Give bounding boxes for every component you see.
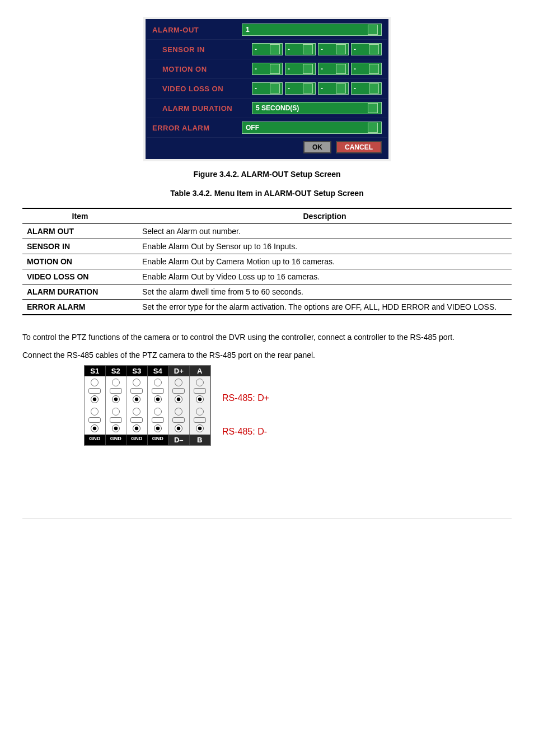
dropdown-arrow-icon[interactable] xyxy=(303,83,313,94)
table-row: VIDEO LOSS ONEnable Alarm Out by Video L… xyxy=(22,269,512,284)
dropdown-arrow-icon[interactable] xyxy=(336,44,346,54)
dropdown-arrow-icon[interactable] xyxy=(303,64,313,74)
video-loss-on-values: - - - - xyxy=(252,82,382,95)
table-row: ERROR ALARMSet the error type for the al… xyxy=(22,300,512,315)
figure-caption: Figure 3.4.2. ALARM-OUT Setup Screen xyxy=(22,170,512,179)
value-alarm-out[interactable]: 1 xyxy=(242,24,382,36)
body-text-1: To control the PTZ functions of the came… xyxy=(22,329,512,345)
label-motion-on: MOTION ON xyxy=(152,65,252,73)
dropdown-arrow-icon[interactable] xyxy=(368,25,378,35)
table-row: SENSOR INEnable Alarm Out by Sensor up t… xyxy=(22,239,512,254)
value-alarm-duration[interactable]: 5 SECOND(S) xyxy=(252,102,382,114)
dropdown-arrow-icon[interactable] xyxy=(270,64,280,74)
dropdown-arrow-icon[interactable] xyxy=(270,83,280,94)
alarm-out-setup-screen: ALARM-OUT 1 SENSOR IN - - - - MOTION ON … xyxy=(143,17,391,161)
ok-button[interactable]: OK xyxy=(303,141,331,153)
table-row: MOTION ONEnable Alarm Out by Camera Moti… xyxy=(22,254,512,269)
label-alarm-duration: ALARM DURATION xyxy=(152,104,252,113)
table-header-item: Item xyxy=(22,208,138,224)
dropdown-arrow-icon[interactable] xyxy=(368,103,378,113)
dropdown-arrow-icon[interactable] xyxy=(369,64,379,74)
cancel-button[interactable]: CANCEL xyxy=(336,141,382,153)
label-sensor-in: SENSOR IN xyxy=(152,45,252,54)
rs485-d-plus-label: RS-485: D+ xyxy=(222,393,269,403)
label-video-loss-on: VIDEO LOSS ON xyxy=(152,85,252,93)
rs485-d-minus-label: RS-485: D- xyxy=(222,427,269,437)
dropdown-arrow-icon[interactable] xyxy=(270,44,280,54)
terminal-footer: GND GND GND GND D– B xyxy=(85,435,210,445)
dropdown-arrow-icon[interactable] xyxy=(369,83,379,94)
table-caption: Table 3.4.2. Menu Item in ALARM-OUT Setu… xyxy=(22,189,512,198)
rs485-labels: RS-485: D+ RS-485: D- xyxy=(222,393,269,437)
dropdown-arrow-icon[interactable] xyxy=(336,64,346,74)
terminal-header: S1 S2 S3 S4 D+ A xyxy=(85,366,210,376)
dropdown-arrow-icon[interactable] xyxy=(369,44,379,54)
dropdown-arrow-icon[interactable] xyxy=(368,123,378,133)
table-row: ALARM OUTSelect an Alarm out number. xyxy=(22,224,512,239)
page-footer-rule xyxy=(22,519,512,519)
label-error-alarm: ERROR ALARM xyxy=(152,124,242,132)
terminal-block: S1 S2 S3 S4 D+ A GND GND GND GND xyxy=(84,365,211,446)
rs485-diagram: S1 S2 S3 S4 D+ A GND GND GND GND xyxy=(84,365,512,446)
table-row: ALARM DURATIONSet the alarm dwell time f… xyxy=(22,284,512,300)
dropdown-arrow-icon[interactable] xyxy=(336,83,346,94)
body-text-2: Connect the RS-485 cables of the PTZ cam… xyxy=(22,347,512,363)
sensor-in-values: - - - - xyxy=(252,43,382,55)
table-header-desc: Description xyxy=(138,208,512,224)
motion-on-values: - - - - xyxy=(252,63,382,75)
label-alarm-out: ALARM-OUT xyxy=(152,26,242,34)
dropdown-arrow-icon[interactable] xyxy=(303,44,313,54)
value-error-alarm[interactable]: OFF xyxy=(242,122,382,134)
alarm-out-table: Item Description ALARM OUTSelect an Alar… xyxy=(22,208,512,315)
